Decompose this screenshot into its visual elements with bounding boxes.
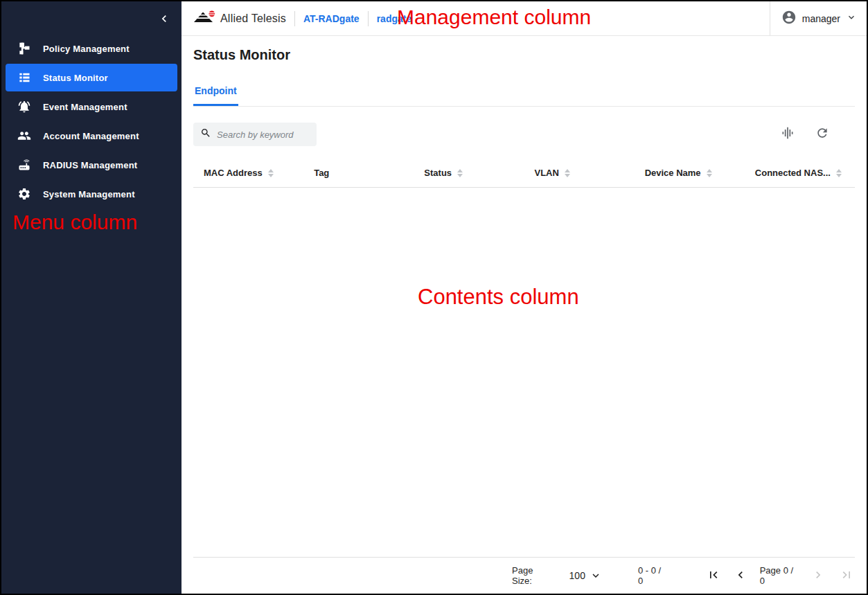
sidebar-item-system-management[interactable]: System Management <box>1 179 181 208</box>
sidebar-item-policy-management[interactable]: Policy Management <box>1 34 181 63</box>
account-circle-icon <box>781 10 797 28</box>
gear-icon <box>17 186 32 202</box>
app-window: Policy Management Status Monitor Event M… <box>0 0 868 595</box>
menu-column-annotation: Menu column <box>12 211 137 234</box>
top-header: Allied Telesis AT-RADgate radgate Manage… <box>181 1 867 36</box>
column-header-connected-nas[interactable]: Connected NAS... <box>745 168 855 178</box>
sort-icon[interactable] <box>457 169 463 177</box>
column-header-vlan[interactable]: VLAN <box>524 168 635 178</box>
sidebar-item-label: RADIUS Management <box>43 160 137 170</box>
breadcrumb-divider <box>368 11 369 26</box>
page-size-label: Page Size: <box>512 565 554 586</box>
breadcrumb-divider <box>294 11 295 26</box>
sidebar-item-status-monitor[interactable]: Status Monitor <box>6 64 177 91</box>
page-size-select[interactable]: 100 <box>569 569 602 582</box>
sidebar-item-label: Policy Management <box>43 44 130 54</box>
page-size-value: 100 <box>569 570 585 581</box>
refresh-button[interactable] <box>815 127 830 142</box>
table-toolbar <box>193 123 855 146</box>
pagination-range: 0 - 0 / 0 <box>638 565 667 586</box>
refresh-icon <box>815 126 829 143</box>
column-header-label: Connected NAS... <box>755 168 831 178</box>
list-icon <box>17 70 32 85</box>
toolbar-icons <box>780 127 855 142</box>
tab-endpoint[interactable]: Endpoint <box>193 81 238 106</box>
previous-page-button[interactable] <box>733 567 749 584</box>
search-box <box>193 123 317 146</box>
contents-column-annotation: Contents column <box>418 285 579 310</box>
router-icon <box>17 157 32 172</box>
sort-icon[interactable] <box>707 169 712 177</box>
column-header-tag[interactable]: Tag <box>303 168 414 178</box>
sidebar-nav: Policy Management Status Monitor Event M… <box>1 34 181 208</box>
chevron-right-icon <box>811 568 825 584</box>
content-area: Status Monitor Endpoint <box>181 36 867 594</box>
next-page-button[interactable] <box>811 567 826 584</box>
column-header-status[interactable]: Status <box>414 168 524 178</box>
main-column: Allied Telesis AT-RADgate radgate Manage… <box>181 1 867 594</box>
pagination-bar: Page Size: 100 0 - 0 / 0 <box>193 558 855 594</box>
sidebar-item-label: Account Management <box>43 131 139 141</box>
chevron-left-icon <box>734 568 747 584</box>
sort-icon[interactable] <box>268 169 274 177</box>
first-page-icon <box>707 568 720 584</box>
first-page-button[interactable] <box>705 567 721 584</box>
user-name: manager <box>802 13 840 24</box>
column-header-label: Device Name <box>645 168 701 178</box>
bell-icon <box>17 99 32 114</box>
brand-logo: Allied Telesis <box>194 9 286 28</box>
sort-icon[interactable] <box>565 169 570 177</box>
tab-bar: Endpoint <box>193 81 855 107</box>
breadcrumb-at-radgate[interactable]: AT-RADgate <box>303 13 360 24</box>
policy-tree-icon <box>17 41 32 56</box>
sort-icon[interactable] <box>836 169 842 177</box>
chevron-down-icon <box>590 569 602 582</box>
search-input[interactable] <box>217 130 310 140</box>
chevron-down-icon <box>846 12 857 26</box>
page-title: Status Monitor <box>193 47 855 63</box>
search-icon <box>200 127 211 141</box>
page-indicator: Page 0 / 0 <box>760 565 799 586</box>
allied-telesis-logo-icon <box>194 9 216 28</box>
table-body: Contents column <box>193 188 855 558</box>
column-settings-button[interactable] <box>780 127 795 142</box>
sidebar-collapse-button[interactable] <box>157 12 172 28</box>
user-menu[interactable]: manager <box>770 1 867 35</box>
column-header-mac-address[interactable]: MAC Address <box>193 168 303 178</box>
column-header-label: MAC Address <box>204 168 263 178</box>
column-header-device-name[interactable]: Device Name <box>635 168 745 178</box>
sidebar-item-label: System Management <box>43 189 135 199</box>
column-header-label: VLAN <box>535 168 559 178</box>
last-page-icon <box>840 568 853 584</box>
column-header-label: Status <box>424 168 452 178</box>
people-icon <box>17 128 32 143</box>
sidebar: Policy Management Status Monitor Event M… <box>1 1 181 594</box>
sidebar-item-label: Status Monitor <box>43 73 108 83</box>
sidebar-item-account-management[interactable]: Account Management <box>1 121 181 150</box>
management-column-annotation: Management column <box>397 6 591 29</box>
last-page-button[interactable] <box>839 567 855 584</box>
sidebar-item-event-management[interactable]: Event Management <box>1 92 181 121</box>
chevron-left-icon <box>157 12 171 28</box>
table-header-row: MAC Address Tag Status VLAN Device Name <box>193 159 855 188</box>
column-eq-icon <box>781 126 795 143</box>
sidebar-item-radius-management[interactable]: RADIUS Management <box>1 150 181 179</box>
column-header-label: Tag <box>314 168 329 178</box>
brand-name: Allied Telesis <box>220 12 286 25</box>
sidebar-item-label: Event Management <box>43 102 127 112</box>
